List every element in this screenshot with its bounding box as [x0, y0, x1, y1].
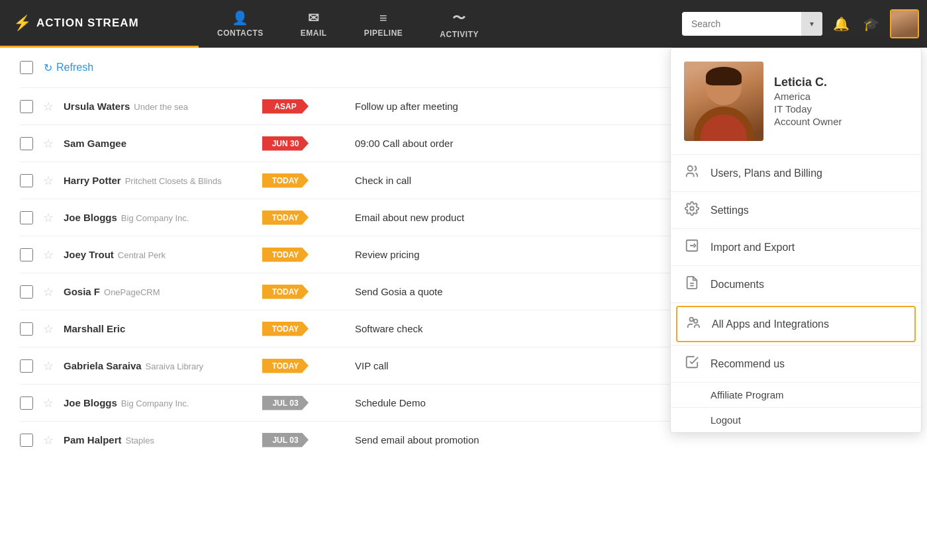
notification-button[interactable]: 🔔	[830, 13, 852, 34]
row-checkbox[interactable]	[20, 359, 33, 373]
profile-name: Leticia C.	[774, 75, 842, 89]
profile-company: IT Today	[774, 103, 842, 115]
contacts-icon: 👤	[232, 10, 249, 26]
refresh-button[interactable]: ↻ Refresh	[44, 62, 93, 74]
contact-name[interactable]: Pam Halpert	[64, 434, 122, 445]
star-icon[interactable]: ☆	[38, 396, 58, 410]
star-icon[interactable]: ☆	[38, 285, 58, 299]
badge-cell: TODAY	[262, 285, 355, 299]
contact-name[interactable]: Gabriela Saraiva	[64, 360, 142, 371]
action-badge: TODAY	[262, 359, 309, 373]
activity-icon: 〜	[452, 9, 466, 27]
contact-company: Staples	[126, 436, 154, 445]
import-export-label: Import and Export	[710, 242, 795, 254]
profile-region: America	[774, 91, 842, 102]
dropdown-profile: Leticia C. America IT Today Account Owne…	[671, 48, 921, 155]
contact-name-cell: Gabriela Saraiva Saraiva Library	[64, 360, 262, 371]
star-icon[interactable]: ☆	[38, 322, 58, 336]
dropdown-item-affiliate[interactable]: Affiliate Program	[671, 383, 921, 408]
user-dropdown-menu: Leticia C. America IT Today Account Owne…	[670, 48, 922, 433]
dropdown-item-settings[interactable]: Settings	[671, 192, 921, 229]
svg-point-6	[694, 319, 698, 323]
contact-company: Big Company Inc.	[121, 213, 189, 223]
users-plans-billing-label: Users, Plans and Billing	[710, 167, 822, 179]
contact-name[interactable]: Joey Trout	[64, 249, 114, 260]
contact-name[interactable]: Harry Potter	[64, 175, 121, 186]
contact-name[interactable]: Joe Bloggs	[64, 397, 117, 408]
user-avatar-image	[891, 11, 918, 37]
star-icon[interactable]: ☆	[38, 136, 58, 151]
dropdown-item-users-plans-billing[interactable]: Users, Plans and Billing	[671, 155, 921, 192]
contact-name-cell: Ursula Waters Under the sea	[64, 101, 262, 112]
nav-email[interactable]: ✉ EMAIL	[282, 0, 346, 48]
dropdown-item-all-apps[interactable]: All Apps and Integrations	[676, 306, 916, 342]
star-icon[interactable]: ☆	[38, 248, 58, 262]
profile-avatar	[684, 62, 763, 141]
badge-cell: ASAP	[262, 99, 355, 114]
row-checkbox[interactable]	[20, 137, 33, 150]
dropdown-item-documents[interactable]: Documents	[671, 266, 921, 303]
email-icon: ✉	[308, 10, 320, 26]
user-avatar-button[interactable]	[890, 9, 919, 38]
nav-contacts-label: CONTACTS	[217, 28, 264, 38]
dropdown-item-recommend[interactable]: Recommend us	[671, 346, 921, 383]
contact-name[interactable]: Ursula Waters	[64, 101, 130, 112]
row-checkbox[interactable]	[20, 100, 33, 113]
search-container: ▾	[682, 12, 822, 36]
nav-activity[interactable]: 〜 ACTIVITY	[421, 0, 497, 48]
contact-name-cell: Gosia F OnePageCRM	[64, 286, 262, 297]
select-all-checkbox[interactable]	[20, 61, 33, 74]
contact-name-cell: Harry Potter Pritchett Closets & Blinds	[64, 175, 262, 186]
contact-name[interactable]: Gosia F	[64, 286, 100, 297]
users-plans-billing-icon	[684, 164, 700, 182]
contact-name-cell: Joe Bloggs Big Company Inc.	[64, 397, 262, 408]
action-badge: ASAP	[262, 99, 309, 114]
star-icon[interactable]: ☆	[38, 173, 58, 188]
action-badge: TODAY	[262, 173, 309, 188]
star-icon[interactable]: ☆	[38, 210, 58, 225]
documents-icon	[684, 275, 700, 293]
nav-activity-label: ACTIVITY	[440, 30, 479, 39]
row-checkbox[interactable]	[20, 211, 33, 224]
search-dropdown-button[interactable]: ▾	[801, 12, 822, 36]
star-icon[interactable]: ☆	[38, 433, 58, 447]
pipeline-icon: ≡	[379, 11, 387, 26]
dropdown-last-section: Recommend us Affiliate Program Logout	[671, 345, 921, 432]
contact-name[interactable]: Sam Gamgee	[64, 138, 126, 149]
svg-point-0	[688, 166, 693, 171]
badge-cell: TODAY	[262, 173, 355, 188]
nav-contacts[interactable]: 👤 CONTACTS	[199, 0, 282, 48]
row-checkbox[interactable]	[20, 322, 33, 336]
contact-name[interactable]: Joe Bloggs	[64, 212, 117, 223]
nav-items: 👤 CONTACTS ✉ EMAIL ≡ PIPELINE 〜 ACTIVITY	[199, 0, 497, 48]
star-icon[interactable]: ☆	[38, 99, 58, 114]
documents-label: Documents	[710, 279, 764, 291]
dropdown-item-import-export[interactable]: Import and Export	[671, 229, 921, 266]
nav-pipeline-label: PIPELINE	[364, 28, 403, 38]
row-checkbox[interactable]	[20, 248, 33, 261]
star-icon[interactable]: ☆	[38, 359, 58, 373]
svg-point-5	[690, 318, 694, 322]
row-checkbox[interactable]	[20, 174, 33, 187]
contact-name-cell: Marshall Eric	[64, 323, 262, 334]
action-cell: Send email about promotion	[355, 434, 907, 445]
row-checkbox[interactable]	[20, 285, 33, 299]
action-badge: TODAY	[262, 248, 309, 262]
badge-cell: TODAY	[262, 248, 355, 262]
graduation-button[interactable]: 🎓	[860, 13, 882, 34]
profile-info: Leticia C. America IT Today Account Owne…	[774, 75, 842, 127]
nav-email-label: EMAIL	[301, 28, 327, 38]
brand: ⚡ ACTION STREAM	[0, 0, 199, 48]
contact-company: Pritchett Closets & Blinds	[125, 176, 222, 186]
contact-name-cell: Pam Halpert Staples	[64, 434, 262, 445]
dropdown-item-logout[interactable]: Logout	[671, 408, 921, 432]
brand-name: ACTION STREAM	[36, 17, 139, 30]
search-input[interactable]	[682, 13, 801, 34]
profile-role: Account Owner	[774, 116, 842, 127]
action-badge: TODAY	[262, 322, 309, 336]
contact-name[interactable]: Marshall Eric	[64, 323, 125, 334]
row-checkbox[interactable]	[20, 397, 33, 410]
row-checkbox[interactable]	[20, 434, 33, 447]
nav-pipeline[interactable]: ≡ PIPELINE	[346, 0, 422, 48]
contact-name-cell: Joey Trout Central Perk	[64, 249, 262, 260]
